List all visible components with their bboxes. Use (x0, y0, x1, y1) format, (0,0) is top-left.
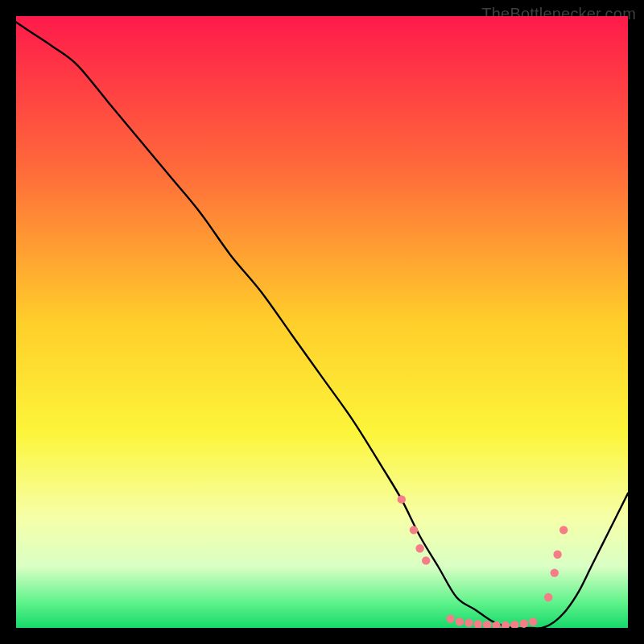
marker-dot (410, 526, 418, 534)
marker-dot (559, 526, 568, 534)
marker-dot (415, 544, 423, 552)
chart-plot (16, 16, 628, 628)
marker-dot (520, 619, 528, 627)
chart-svg (16, 16, 628, 628)
chart-frame: TheBottlenecker.com (0, 0, 644, 644)
marker-dot (553, 551, 561, 559)
marker-dot (446, 614, 454, 622)
marker-dot (551, 568, 559, 576)
marker-dot (398, 495, 406, 503)
chart-background (16, 16, 628, 628)
marker-dot (529, 617, 537, 625)
marker-dot (456, 617, 464, 625)
marker-dot (464, 619, 473, 627)
marker-dot (544, 593, 552, 601)
marker-dot (422, 556, 430, 564)
